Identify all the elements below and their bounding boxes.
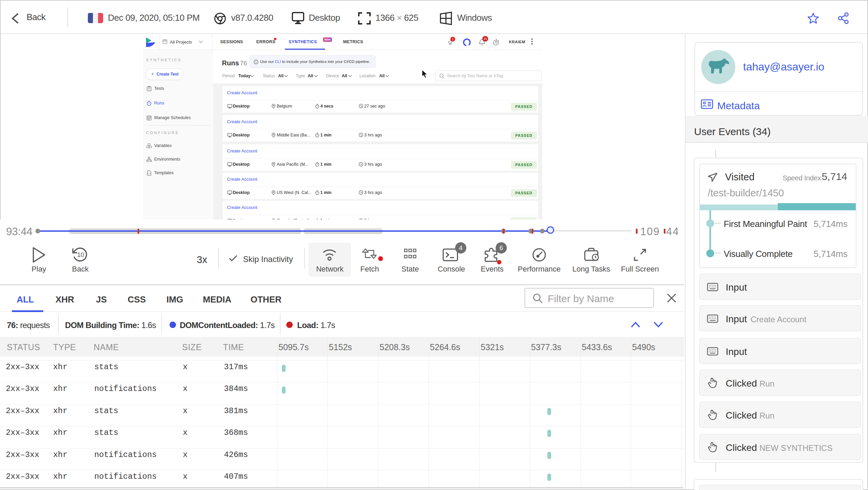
svg-text:10: 10 xyxy=(77,251,84,258)
